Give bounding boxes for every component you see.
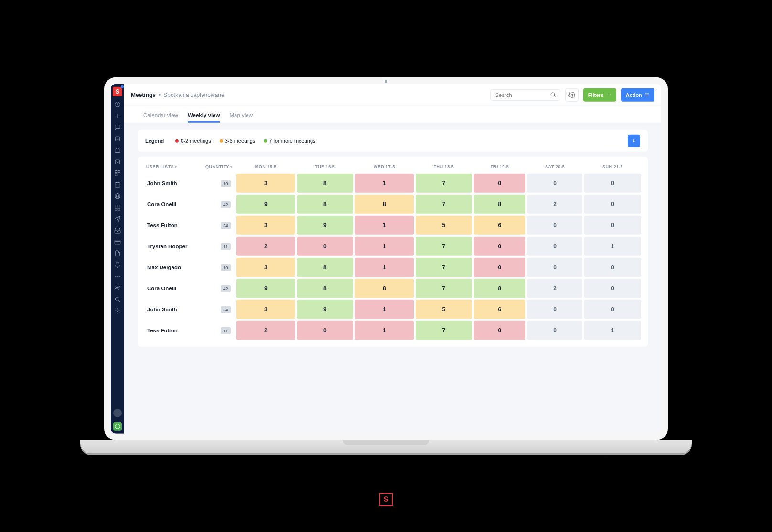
day-cell[interactable]: 0 (527, 258, 582, 277)
sidebar-item-globe[interactable] (114, 193, 121, 200)
settings-button[interactable] (565, 88, 579, 101)
search-input[interactable] (494, 91, 547, 98)
day-cell[interactable]: 1 (355, 258, 414, 277)
day-cell[interactable]: 1 (355, 174, 414, 193)
sidebar-item-users[interactable] (114, 285, 121, 291)
sidebar-item-bell[interactable] (114, 262, 121, 268)
search-box[interactable] (490, 89, 560, 100)
sidebar-item-send[interactable] (114, 216, 121, 223)
day-cell[interactable]: 0 (474, 237, 525, 256)
day-cell[interactable]: 9 (236, 279, 296, 298)
day-cell[interactable]: 7 (416, 174, 472, 193)
add-button[interactable]: + (628, 135, 640, 147)
day-cell[interactable]: 2 (236, 321, 296, 340)
day-cell[interactable]: 8 (297, 195, 353, 214)
day-cell[interactable]: 0 (474, 258, 525, 277)
sidebar-item-inbox[interactable] (114, 227, 121, 234)
filters-button[interactable]: Filters (583, 88, 616, 101)
sidebar-item-pipeline[interactable] (114, 170, 121, 177)
col-quantity[interactable]: Quantity▾ (204, 161, 235, 172)
sidebar-item-documents[interactable] (114, 250, 121, 257)
day-cell[interactable]: 0 (527, 174, 582, 193)
user-name[interactable]: John Smith (144, 174, 202, 193)
day-cell[interactable]: 0 (527, 321, 582, 340)
day-cell[interactable]: 0 (527, 237, 582, 256)
day-cell[interactable]: 8 (474, 279, 525, 298)
user-name[interactable]: Cora Oneill (144, 279, 202, 298)
sidebar-item-calendar[interactable] (114, 181, 121, 188)
status-indicator[interactable] (113, 422, 122, 431)
day-cell[interactable]: 9 (236, 195, 296, 214)
day-cell[interactable]: 5 (416, 300, 472, 319)
sidebar-item-more[interactable] (114, 273, 121, 280)
day-cell[interactable]: 7 (416, 237, 472, 256)
user-name[interactable]: Cora Oneill (144, 195, 202, 214)
day-cell[interactable]: 7 (416, 195, 472, 214)
tab-weekly[interactable]: Weekly view (188, 112, 220, 123)
sidebar-item-search[interactable] (114, 296, 121, 303)
day-cell[interactable]: 0 (297, 321, 353, 340)
day-cell[interactable]: 1 (355, 216, 414, 235)
sidebar-item-projects[interactable] (114, 147, 121, 154)
day-cell[interactable]: 1 (355, 237, 414, 256)
avatar[interactable] (113, 409, 122, 417)
legend-label: 7 lor more meetings (269, 138, 315, 144)
day-cell[interactable]: 8 (474, 195, 525, 214)
col-user[interactable]: User lists▾ (144, 161, 202, 172)
day-cell[interactable]: 0 (527, 300, 582, 319)
day-cell[interactable]: 1 (355, 321, 414, 340)
day-cell[interactable]: 7 (416, 321, 472, 340)
user-name[interactable]: Tess Fulton (144, 321, 202, 340)
action-button[interactable]: Action (621, 88, 654, 101)
sidebar-item-dashboard[interactable] (114, 101, 121, 108)
sidebar-item-chat[interactable] (114, 124, 121, 131)
day-cell[interactable]: 2 (236, 237, 296, 256)
day-cell[interactable]: 7 (416, 279, 472, 298)
day-cell[interactable]: 8 (297, 174, 353, 193)
table-row: Tess Fulton243915600 (144, 216, 641, 235)
tab-map[interactable]: Map view (229, 112, 253, 123)
day-cell[interactable]: 1 (584, 321, 641, 340)
sidebar-item-grid[interactable] (114, 204, 121, 211)
day-cell[interactable]: 0 (527, 216, 582, 235)
day-cell[interactable]: 6 (474, 216, 525, 235)
tab-calendar[interactable]: Calendar view (143, 112, 178, 123)
day-cell[interactable]: 9 (297, 216, 353, 235)
day-cell[interactable]: 8 (297, 258, 353, 277)
day-cell[interactable]: 5 (416, 216, 472, 235)
day-cell[interactable]: 0 (584, 195, 641, 214)
day-cell[interactable]: 8 (297, 279, 353, 298)
day-cell[interactable]: 6 (474, 300, 525, 319)
svg-point-36 (551, 93, 555, 96)
day-cell[interactable]: 3 (236, 300, 296, 319)
day-cell[interactable]: 0 (584, 300, 641, 319)
day-cell[interactable]: 0 (584, 279, 641, 298)
day-cell[interactable]: 3 (236, 216, 296, 235)
day-cell[interactable]: 0 (297, 237, 353, 256)
sidebar-item-tasks[interactable] (114, 159, 121, 165)
day-cell[interactable]: 1 (355, 300, 414, 319)
day-cell[interactable]: 0 (474, 321, 525, 340)
day-cell[interactable]: 2 (527, 195, 582, 214)
sidebar-item-settings[interactable] (114, 308, 121, 314)
day-cell[interactable]: 1 (584, 237, 641, 256)
user-name[interactable]: Trystan Hooper (144, 237, 202, 256)
day-cell[interactable]: 8 (355, 195, 414, 214)
day-cell[interactable]: 0 (584, 174, 641, 193)
day-cell[interactable]: 8 (355, 279, 414, 298)
day-cell[interactable]: 7 (416, 258, 472, 277)
user-name[interactable]: John Smith (144, 300, 202, 319)
day-cell[interactable]: 9 (297, 300, 353, 319)
user-name[interactable]: Max Delgado (144, 258, 202, 277)
day-cell[interactable]: 0 (474, 174, 525, 193)
app-logo[interactable]: S (113, 87, 122, 96)
day-cell[interactable]: 0 (584, 216, 641, 235)
sidebar-item-analytics[interactable] (114, 113, 121, 119)
user-name[interactable]: Tess Fulton (144, 216, 202, 235)
day-cell[interactable]: 3 (236, 258, 296, 277)
day-cell[interactable]: 0 (584, 258, 641, 277)
sidebar-item-card[interactable] (114, 239, 121, 245)
sidebar-item-reports[interactable] (114, 136, 121, 142)
day-cell[interactable]: 3 (236, 174, 296, 193)
day-cell[interactable]: 2 (527, 279, 582, 298)
